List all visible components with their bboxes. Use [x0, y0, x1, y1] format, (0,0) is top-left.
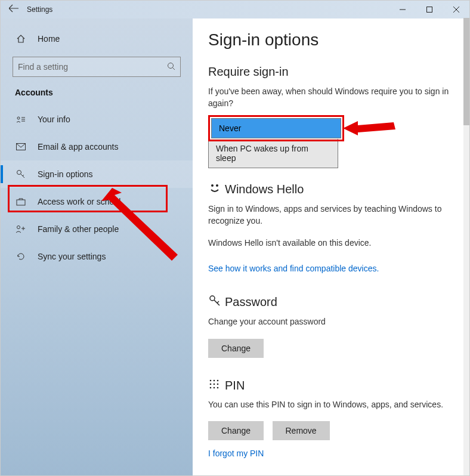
sidebar-item-email[interactable]: Email & app accounts: [1, 133, 193, 160]
hello-link[interactable]: See how it works and find compatible dev…: [208, 264, 379, 273]
pin-desc: You can use this PIN to sign in to Windo…: [208, 399, 454, 411]
svg-point-24: [214, 379, 215, 381]
svg-point-27: [214, 383, 215, 385]
search-input[interactable]: [18, 62, 167, 72]
sidebar: Home Accounts Your info Email & app acco…: [1, 18, 193, 475]
svg-point-26: [210, 383, 212, 385]
home-icon: [15, 34, 27, 44]
svg-point-31: [217, 387, 219, 388]
hello-heading: Windows Hello: [225, 183, 304, 196]
sync-icon: [15, 252, 27, 261]
dropdown-option-wake[interactable]: When PC wakes up from sleep: [209, 139, 338, 168]
pin-change-button[interactable]: Change: [208, 421, 264, 440]
password-heading: Password: [225, 295, 277, 309]
svg-rect-1: [426, 7, 432, 13]
sidebar-item-work[interactable]: Access work or school: [1, 188, 193, 215]
svg-point-19: [216, 184, 218, 187]
svg-point-6: [17, 117, 20, 119]
scrollbar-thumb[interactable]: [463, 18, 469, 125]
require-signin-desc: If you've been away, when should Windows…: [208, 86, 454, 109]
page-title: Sign-in options: [208, 30, 454, 50]
search-icon: [167, 62, 175, 72]
dropdown-option-never[interactable]: Never: [212, 119, 341, 138]
titlebar: Settings: [1, 1, 469, 18]
mail-icon: [15, 143, 27, 150]
svg-point-4: [168, 63, 174, 68]
sidebar-item-sync[interactable]: Sync your settings: [1, 243, 193, 270]
nav-label: Sync your settings: [38, 252, 106, 261]
minimize-button[interactable]: [389, 1, 416, 18]
svg-point-18: [211, 184, 214, 187]
scrollbar[interactable]: [463, 18, 469, 475]
svg-point-25: [217, 379, 219, 381]
nav-label: Email & app accounts: [38, 142, 118, 152]
svg-point-23: [210, 379, 212, 381]
sidebar-item-your-info[interactable]: Your info: [1, 106, 193, 133]
sidebar-item-signin[interactable]: Sign-in options: [1, 160, 193, 188]
home-label: Home: [38, 34, 60, 44]
back-button[interactable]: [1, 4, 27, 15]
password-change-button[interactable]: Change: [208, 339, 264, 358]
maximize-button[interactable]: [416, 1, 443, 18]
settings-window: Settings Home A: [0, 0, 470, 476]
password-desc: Change your account password: [208, 316, 454, 328]
sidebar-category: Accounts: [1, 88, 193, 97]
hello-unavailable: Windows Hello isn't available on this de…: [208, 237, 454, 249]
nav-label: Your info: [38, 115, 70, 124]
svg-point-30: [214, 387, 215, 388]
key-icon: [208, 294, 225, 310]
pin-remove-button[interactable]: Remove: [273, 421, 330, 440]
svg-point-11: [17, 171, 21, 175]
svg-line-13: [23, 175, 24, 176]
nav-label: Access work or school: [38, 197, 120, 206]
people-icon: [15, 225, 27, 233]
svg-point-29: [210, 387, 212, 388]
require-signin-heading: Require sign-in: [208, 65, 454, 79]
svg-line-22: [217, 301, 219, 303]
close-button[interactable]: [443, 1, 469, 18]
key-icon: [15, 169, 27, 179]
sidebar-item-family[interactable]: Family & other people: [1, 215, 193, 243]
svg-rect-14: [17, 200, 25, 205]
svg-point-20: [210, 296, 215, 301]
search-box[interactable]: [13, 57, 181, 77]
annotation-highlight-dropdown: Never: [208, 115, 344, 141]
nav-label: Family & other people: [38, 224, 119, 234]
pin-keypad-icon: [208, 378, 225, 393]
pin-heading: PIN: [225, 379, 245, 392]
home-nav[interactable]: Home: [1, 27, 193, 51]
nav-label: Sign-in options: [38, 169, 93, 179]
window-title: Settings: [27, 5, 52, 14]
svg-point-15: [17, 226, 20, 229]
person-card-icon: [15, 115, 27, 123]
svg-line-5: [173, 67, 175, 70]
require-signin-dropdown[interactable]: Never: [211, 118, 341, 138]
svg-point-28: [217, 383, 219, 385]
hello-desc: Sign in to Windows, apps and services by…: [208, 203, 454, 227]
content-pane: Sign-in options Require sign-in If you'v…: [193, 18, 469, 475]
pin-forgot-link[interactable]: I forgot my PIN: [208, 449, 264, 458]
smiley-icon: [208, 181, 225, 197]
briefcase-icon: [15, 197, 27, 206]
require-signin-dropdown-list[interactable]: When PC wakes up from sleep: [208, 139, 338, 168]
